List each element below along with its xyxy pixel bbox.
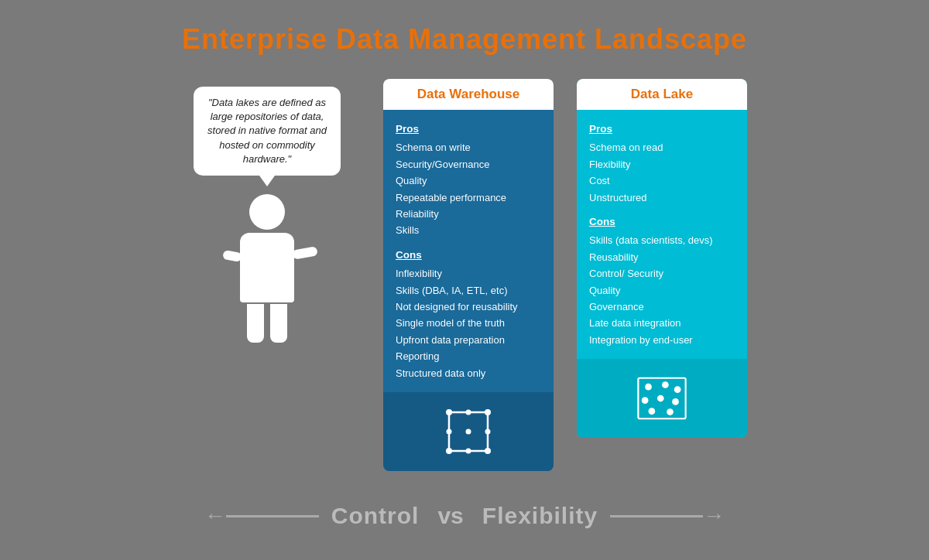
content-area: "Data lakes are defined as large reposit…	[0, 56, 929, 471]
dw-cons-item-3: Not designed for reusability	[396, 299, 541, 315]
arrow-left-icon: ←	[204, 504, 226, 528]
dl-pros-item-2: Flexibility	[589, 156, 735, 172]
dl-cons-item-1: Skills (data scientists, devs)	[589, 232, 735, 248]
dl-cons-item-7: Integration by end-user	[589, 332, 735, 348]
dw-cons-item-7: Structured data only	[396, 365, 541, 381]
data-warehouse-header: Data Warehouse	[383, 79, 554, 110]
dl-cons-item-3: Control/ Security	[589, 265, 735, 282]
dl-icon-area	[577, 359, 747, 438]
dw-cons-item-5: Upfront data preparation	[396, 332, 541, 348]
data-warehouse-card: Data Warehouse Pros Schema on write Secu…	[383, 79, 554, 471]
dw-pros-item-2: Security/Governance	[396, 156, 541, 172]
person-leg-left	[247, 304, 264, 343]
cards-area: Data Warehouse Pros Schema on write Secu…	[383, 79, 747, 471]
dw-icon-area	[383, 392, 554, 471]
dl-dots-icon	[635, 371, 689, 425]
speech-bubble: "Data lakes are defined as large reposit…	[194, 87, 341, 176]
arrow-left-line	[226, 515, 319, 517]
person-arm-right	[292, 246, 318, 259]
svg-point-19	[657, 395, 664, 402]
dw-pros-item-6: Skills	[396, 222, 541, 238]
svg-point-18	[642, 398, 649, 405]
data-lake-card: Data Lake Pros Schema on read Flexibilit…	[577, 79, 747, 438]
dw-grid-icon	[441, 405, 495, 459]
dw-pros-item-1: Schema on write	[396, 139, 541, 155]
dw-cons-item-1: Inflexibility	[396, 265, 541, 282]
person-area: "Data lakes are defined as large reposit…	[182, 87, 352, 343]
vs-label: vs	[431, 503, 469, 529]
arrow-right-icon: →	[703, 504, 725, 528]
arrow-right-line	[610, 515, 703, 517]
svg-point-15	[645, 384, 652, 391]
svg-point-21	[649, 408, 656, 415]
control-label: Control	[319, 503, 432, 529]
flexibility-label: Flexibility	[470, 503, 610, 529]
dw-pros-item-3: Quality	[396, 172, 541, 189]
person-body	[240, 233, 294, 302]
dw-cons-label: Cons	[396, 247, 541, 264]
bottom-bar: ← Control vs Flexibility →	[0, 503, 929, 529]
person-leg-right	[270, 304, 287, 343]
dl-pros-item-1: Schema on read	[589, 139, 735, 155]
dw-cons-item-2: Skills (DBA, IA, ETL, etc)	[396, 282, 541, 299]
dw-pros-item-5: Reliability	[396, 206, 541, 222]
page-title: Enterprise Data Management Landscape	[0, 0, 929, 56]
svg-point-20	[672, 398, 679, 405]
dl-cons-item-5: Governance	[589, 299, 735, 315]
dl-pros-item-4: Unstructured	[589, 190, 735, 206]
dw-cons-item-4: Single model of the truth	[396, 315, 541, 331]
person-figure	[240, 194, 294, 343]
data-warehouse-body: Pros Schema on write Security/Governance…	[383, 110, 554, 392]
data-lake-header: Data Lake	[577, 79, 747, 110]
dl-pros-label: Pros	[589, 121, 735, 138]
dw-cons-item-6: Reporting	[396, 348, 541, 364]
person-arm-left	[222, 250, 242, 262]
dl-cons-item-4: Quality	[589, 282, 735, 299]
dl-pros-item-3: Cost	[589, 172, 735, 189]
svg-point-22	[667, 408, 674, 415]
dl-cons-item-2: Reusability	[589, 249, 735, 265]
person-head	[249, 194, 285, 230]
dw-pros-label: Pros	[396, 121, 541, 138]
dw-pros-item-4: Repeatable performance	[396, 190, 541, 206]
data-lake-body: Pros Schema on read Flexibility Cost Uns…	[577, 110, 747, 359]
dl-cons-item-6: Late data integration	[589, 315, 735, 331]
svg-point-17	[674, 387, 681, 394]
dl-cons-label: Cons	[589, 213, 735, 230]
person-legs	[247, 304, 287, 343]
svg-point-9	[466, 429, 471, 435]
svg-point-16	[662, 381, 669, 388]
